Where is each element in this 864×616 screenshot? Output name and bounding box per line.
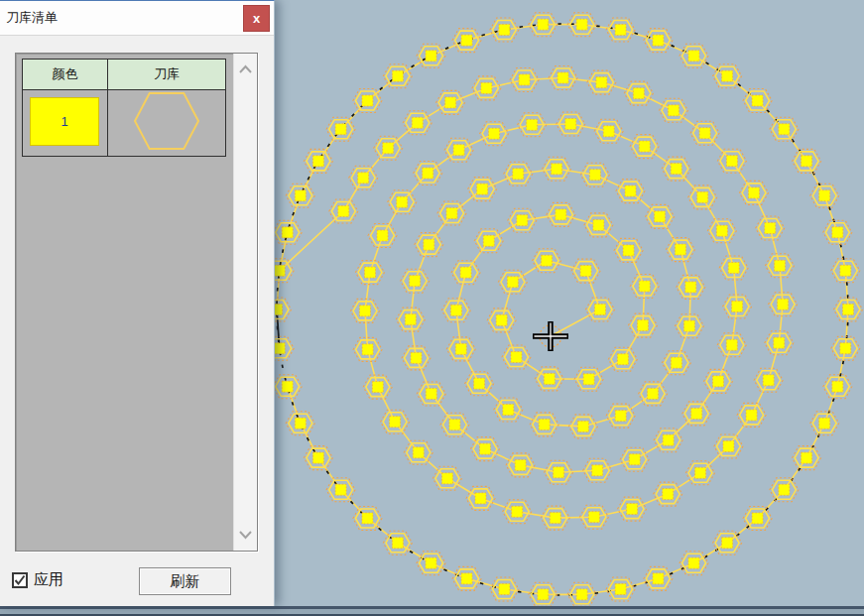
refresh-button[interactable]: 刷新 xyxy=(139,567,231,595)
app-window: { "dialog": { "title": "刀库清单", "close_la… xyxy=(0,0,864,616)
table-row[interactable]: 1 xyxy=(23,90,226,157)
color-swatch[interactable]: 1 xyxy=(30,97,99,146)
check-icon xyxy=(14,574,26,586)
close-icon: x xyxy=(253,11,260,26)
close-button[interactable]: x xyxy=(243,5,270,32)
dialog-title-bar[interactable]: 刀库清单 x xyxy=(0,1,274,36)
apply-checkbox[interactable] xyxy=(12,572,28,588)
frame-light-band xyxy=(0,609,864,616)
header-tool: 刀库 xyxy=(108,60,226,90)
scroll-down-button[interactable] xyxy=(237,526,254,543)
scroll-up-button[interactable] xyxy=(237,62,254,78)
dialog-title: 刀库清单 xyxy=(6,1,58,35)
tool-library-dialog: 刀库清单 x 颜色 刀库 1 xyxy=(0,0,275,606)
tool-hexagon-icon xyxy=(109,90,224,152)
apply-label[interactable]: 应用 xyxy=(34,570,63,589)
chevron-up-icon xyxy=(237,62,254,78)
tool-list-box: 颜色 刀库 1 xyxy=(15,53,258,552)
scrollbar[interactable] xyxy=(233,54,257,551)
header-color: 颜色 xyxy=(23,60,108,90)
tool-cell xyxy=(108,90,226,157)
window-bottom-frame xyxy=(0,606,864,616)
dialog-footer: 应用 刷新 xyxy=(0,566,275,600)
table-header-row: 颜色 刀库 xyxy=(23,60,226,90)
crosshair-cursor xyxy=(533,321,568,351)
tool-table: 颜色 刀库 1 xyxy=(22,59,226,157)
color-cell: 1 xyxy=(23,90,108,157)
chevron-down-icon xyxy=(237,526,254,543)
